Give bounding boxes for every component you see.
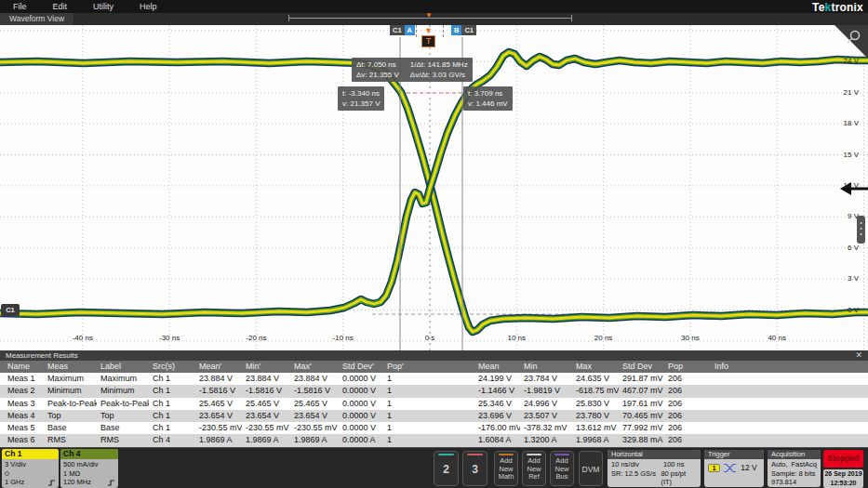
trigger-marker[interactable]: T [421,35,435,47]
table-header-row: NameMeasLabelSrc(s)Mean'Min'Max'Std Dev'… [0,361,868,373]
trigger-panel[interactable]: Trigger 1 12 V [704,450,764,487]
column-header: Mean [474,361,520,373]
add-new-ref-button[interactable]: Add New Ref [522,451,546,486]
horizontal-position: 50% [670,487,684,488]
table-cell: 0.0000 V [339,385,383,397]
close-icon[interactable]: ✕ [855,350,862,361]
table-row[interactable]: Meas 2MinimumMinimumCh 1-1.5816 V-1.5816… [0,385,868,397]
tab-waveform-view[interactable]: Waveform View [0,13,73,25]
dvm-button[interactable]: DVM [579,451,603,486]
channel-4-scale: 500 mA/div [63,460,115,469]
table-cell: 291.87 mV [619,373,664,385]
table-cell: 0.0000 V [339,422,383,434]
t-axis-label: 40 ns [756,334,797,342]
run-stop-button[interactable]: Stopped [823,450,863,468]
channel-3-button[interactable]: 3 [462,451,487,486]
record-trigger-icon[interactable]: ▼ [425,11,433,20]
table-cell: 70.465 mV [619,410,664,422]
table-cell: 13.612 mV [572,422,619,434]
channel-1-badge[interactable]: Ch 1 3 V/div 1 GHz [2,449,59,488]
dvm-label: DVM [580,465,602,474]
waveform-display[interactable]: 24 V21 V18 V15 V12 V9 V6 V3 V0 V -40 ns-… [0,25,868,350]
acquisition-sample: Sample: 8 bits [771,469,817,479]
tektronix-logo: Tektronix [812,1,863,14]
table-cell: 206 [664,434,711,446]
table-row[interactable]: Meas 4TopTopCh 123.654 V23.654 V23.654 V… [0,410,868,422]
column-header: Max' [290,361,339,373]
table-row[interactable]: Meas 5BaseBaseCh 1-230.55 mV-230.55 mV-2… [0,422,868,434]
fastacq-label: FastAcq [791,460,817,469]
menu-item-file[interactable]: File [0,2,40,11]
table-cell: Base [44,422,97,434]
cursor-a-source: C1 [390,25,405,35]
table-cell: 25.465 V [242,398,290,410]
table-cell: 1.3200 A [520,434,572,446]
menu-item-utility[interactable]: Utility [80,2,127,11]
table-cell: 0.0000 A [339,434,383,446]
add-new-math-button[interactable]: Add New Math [494,451,518,486]
horizontal-panel[interactable]: Horizontal 10 ns/div100 ns SR: 12.5 GS/s… [608,450,701,487]
t-axis-label: 0 s [409,334,450,342]
table-cell: 23.884 V [290,373,339,385]
table-cell [711,422,861,434]
table-cell: RMS [44,434,97,446]
measurement-table: NameMeasLabelSrc(s)Mean'Min'Max'Std Dev'… [0,361,868,447]
channel-3-label: 3 [463,463,487,476]
menu-bar: FileEditUtilityHelp Tektronix [0,0,868,13]
add-new-bus-button[interactable]: Add New Bus [550,451,574,486]
table-row[interactable]: Meas 6RMSRMSCh 41.9869 A1.9869 A1.9869 A… [0,434,868,446]
cursor-delta-readout: Δt: 7.050 ns Δv: 21.355 V 1/Δt: 141.85 M… [352,58,473,82]
table-cell: 206 [664,410,711,422]
table-cell: Ch 1 [149,385,195,397]
cursor-b-badge[interactable]: BC1 [451,25,476,35]
table-cell: 1.6084 A [474,434,520,446]
table-cell [711,398,861,410]
trace-falling-edge[interactable] [0,61,868,332]
table-cell: Top [44,410,97,422]
trace-rising-edge[interactable] [0,52,868,314]
table-row[interactable]: Meas 3Peak-to-PeakPeak-to-PeakCh 125.465… [0,398,868,410]
table-cell: -1.1466 V [474,385,520,397]
column-header: Max [572,361,619,373]
table-row[interactable]: Meas 1MaximumMaximumCh 123.884 V23.884 V… [0,373,868,385]
table-cell: 0.0000 V [339,398,383,410]
trigger-arrow-icon: ▼ [424,26,433,35]
step-response-icon [107,479,115,486]
table-cell: Minimum [44,385,97,397]
column-header: Info [711,361,861,373]
channel-1-marker[interactable]: C1 [1,304,20,316]
table-cell: 25.830 V [572,398,619,410]
table-cell: 23.696 V [474,410,520,422]
table-cell: 23.884 V [195,373,242,385]
acquisition-panel[interactable]: Acquisition Auto,FastAcq Sample: 8 bits … [768,450,821,487]
zoom-overview-button[interactable] [835,25,868,59]
cursor-a-badge[interactable]: C1A [390,25,415,35]
table-cell: 1 [383,398,474,410]
table-cell: 206 [664,398,711,410]
table-cell: Minimum [97,385,149,397]
column-header: Min' [242,361,290,373]
table-cell: 329.88 mA [619,434,664,446]
menu-item-edit[interactable]: Edit [40,2,81,11]
table-cell: 23.884 V [242,373,290,385]
channel-4-badge[interactable]: Ch 4 500 mA/div 1 MΩ 120 MHz [60,449,118,488]
channel-2-label: 2 [434,463,458,476]
delta-v: Δv: 21.355 V [356,70,399,80]
table-cell: Meas 3 [0,398,44,410]
table-cell: Ch 4 [149,434,195,446]
t-axis-label: 10 ns [496,334,537,342]
ref-color-stripe [527,454,541,455]
table-cell: 24.635 V [572,373,619,385]
table-cell: -1.5816 V [290,385,339,397]
table-cell: -176.00 mV [474,422,520,434]
channel-2-button[interactable]: 2 [434,451,459,486]
table-cell: 1 [383,422,474,434]
table-cell: Ch 1 [149,398,195,410]
table-cell: Meas 4 [0,410,44,422]
table-cell: 1.9869 A [242,434,290,446]
acquisition-count: 973.814 kAcqs [771,478,817,487]
menu-item-help[interactable]: Help [127,2,170,11]
t-axis-label: 20 ns [583,334,624,342]
cursor-a-label: A [405,25,415,35]
acquisition-title: Acquisition [768,450,821,459]
